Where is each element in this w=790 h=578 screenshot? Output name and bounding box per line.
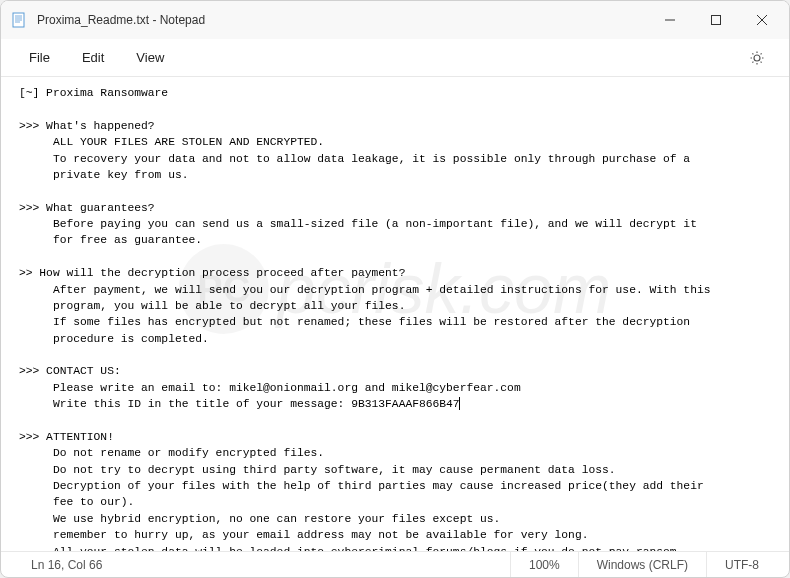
close-button[interactable] — [739, 4, 785, 36]
text-line: private key from us. — [19, 169, 188, 181]
text-line: ALL YOUR FILES ARE STOLEN AND ENCRYPTED. — [19, 136, 324, 148]
text-cursor — [459, 397, 460, 410]
text-line: We use hybrid encryption, no one can res… — [19, 513, 500, 525]
status-lineending: Windows (CRLF) — [578, 552, 706, 577]
notepad-window: Proxima_Readme.txt - Notepad File Edit V… — [0, 0, 790, 578]
text-line: Before paying you can send us a small-si… — [19, 218, 697, 230]
maximize-button[interactable] — [693, 4, 739, 36]
menu-file[interactable]: File — [17, 44, 62, 71]
text-line: All your stolen data will be loaded into… — [19, 546, 683, 552]
menubar: File Edit View — [1, 39, 789, 77]
text-line: for free as guarantee. — [19, 234, 202, 246]
text-editor[interactable]: [~] Proxima Ransomware >>> What's happen… — [1, 77, 789, 551]
text-line: >> How will the decryption process proce… — [19, 267, 405, 279]
window-controls — [647, 4, 785, 36]
status-zoom[interactable]: 100% — [510, 552, 578, 577]
text-line: >>> CONTACT US: — [19, 365, 121, 377]
text-line: After payment, we will send you our decr… — [19, 284, 710, 296]
text-line: Do not rename or modify encrypted files. — [19, 447, 324, 459]
text-line: remember to hurry up, as your email addr… — [19, 529, 588, 541]
settings-button[interactable] — [741, 42, 773, 74]
text-line: >>> What guarantees? — [19, 202, 155, 214]
text-line: [~] Proxima Ransomware — [19, 87, 168, 99]
text-line: Write this ID in the title of your messa… — [19, 398, 460, 410]
text-line: If some files has encrypted but not rena… — [19, 316, 690, 328]
status-encoding: UTF-8 — [706, 552, 777, 577]
menu-view[interactable]: View — [124, 44, 176, 71]
titlebar: Proxima_Readme.txt - Notepad — [1, 1, 789, 39]
text-line: To recovery your data and not to allow d… — [19, 153, 690, 165]
status-position: Ln 16, Col 66 — [13, 552, 120, 577]
svg-rect-6 — [712, 16, 721, 25]
text-line: Decryption of your files with the help o… — [19, 480, 704, 492]
menu-edit[interactable]: Edit — [70, 44, 116, 71]
text-line: fee to our). — [19, 496, 134, 508]
text-line: >>> What's happened? — [19, 120, 155, 132]
window-title: Proxima_Readme.txt - Notepad — [37, 13, 647, 27]
gear-icon — [749, 50, 765, 66]
text-line: Please write an email to: mikel@onionmai… — [19, 382, 521, 394]
text-line: program, you will be able to decrypt all… — [19, 300, 405, 312]
minimize-button[interactable] — [647, 4, 693, 36]
statusbar: Ln 16, Col 66 100% Windows (CRLF) UTF-8 — [1, 551, 789, 577]
notepad-icon — [11, 12, 27, 28]
text-line: Do not try to decrypt using third party … — [19, 464, 616, 476]
text-line: procedure is completed. — [19, 333, 209, 345]
text-line: >>> ATTENTION! — [19, 431, 114, 443]
